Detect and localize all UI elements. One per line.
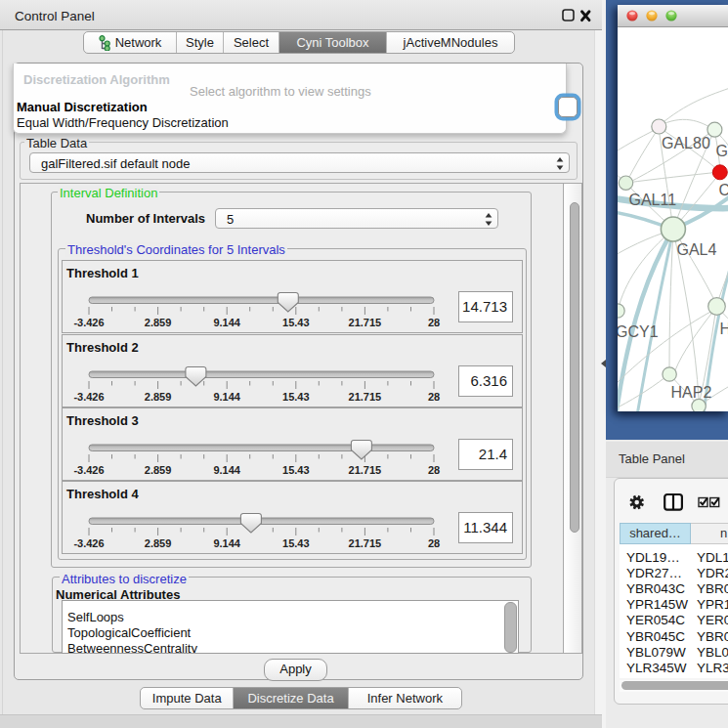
svg-text:9.144: 9.144 [213,317,240,328]
svg-text:C: C [719,182,728,198]
svg-text:9.144: 9.144 [213,464,240,476]
svg-text:21.715: 21.715 [349,464,382,476]
svg-text:2.859: 2.859 [145,537,172,549]
svg-text:9.144: 9.144 [213,391,240,403]
svg-text:28: 28 [428,391,440,403]
svg-text:GAL4: GAL4 [677,241,717,258]
svg-text:15.43: 15.43 [282,464,310,476]
svg-text:15.43: 15.43 [282,391,310,403]
svg-text:15.43: 15.43 [282,317,310,328]
svg-text:-3.426: -3.426 [73,391,104,403]
svg-text:GAL80: GAL80 [662,135,710,151]
svg-text:15.43: 15.43 [282,537,310,549]
svg-text:9.144: 9.144 [213,537,240,549]
svg-text:-3.426: -3.426 [73,317,104,328]
svg-text:HAP2: HAP2 [671,384,712,401]
svg-text:HIS4: HIS4 [720,321,728,337]
svg-text:GAL11: GAL11 [629,192,677,208]
svg-text:-3.426: -3.426 [73,464,104,476]
svg-text:GCY1: GCY1 [618,323,659,340]
svg-text:GAL2: GAL2 [716,143,728,159]
svg-text:2.859: 2.859 [145,317,172,328]
svg-text:2.859: 2.859 [145,391,172,403]
svg-text:21.715: 21.715 [349,317,382,328]
svg-text:28: 28 [428,537,440,549]
svg-text:28: 28 [428,464,440,476]
svg-text:-3.426: -3.426 [73,537,104,549]
svg-text:28: 28 [428,317,440,328]
svg-text:21.715: 21.715 [349,391,382,403]
svg-text:21.715: 21.715 [349,537,382,549]
svg-text:2.859: 2.859 [145,464,172,476]
